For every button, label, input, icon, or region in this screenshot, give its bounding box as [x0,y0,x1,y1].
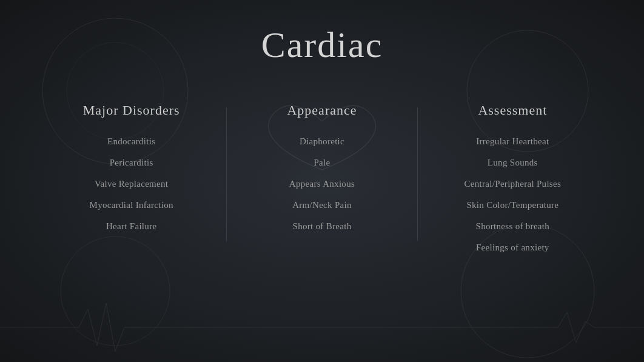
list-item: Heart Failure [106,221,156,232]
list-item: Arm/Neck Pain [292,200,352,210]
list-item: Pale [314,158,330,168]
list-item: Central/Peripheral Pulses [465,179,562,189]
column-appearance: Appearance Diaphoretic Pale Appears Anxi… [227,102,417,243]
list-item: Diaphoretic [300,136,344,147]
list-item: Feelings of anxiety [476,243,549,253]
list-item: Irregular Heartbeat [476,136,549,147]
list-item: Short of Breath [293,221,352,232]
page-title: Cardiac [261,24,383,66]
column-major-disorders: Major Disorders Endocarditis Pericarditi… [36,102,226,243]
list-item: Pericarditis [110,158,153,168]
column-title-major-disorders: Major Disorders [83,102,180,118]
list-item: Shortness of breath [476,221,550,232]
column-title-appearance: Appearance [287,102,357,118]
list-item: Valve Replacement [95,179,168,189]
column-title-assessment: Assessment [478,102,547,118]
list-item: Appears Anxious [289,179,355,189]
list-item: Myocardial Infarction [90,200,173,210]
page-content: Cardiac Major Disorders Endocarditis Per… [0,0,644,362]
list-item: Endocarditis [107,136,155,147]
column-assessment: Assessment Irregular Heartbeat Lung Soun… [418,102,608,264]
list-item: Lung Sounds [488,158,538,168]
list-item: Skin Color/Temperature [466,200,558,210]
columns-container: Major Disorders Endocarditis Pericarditi… [36,102,608,264]
